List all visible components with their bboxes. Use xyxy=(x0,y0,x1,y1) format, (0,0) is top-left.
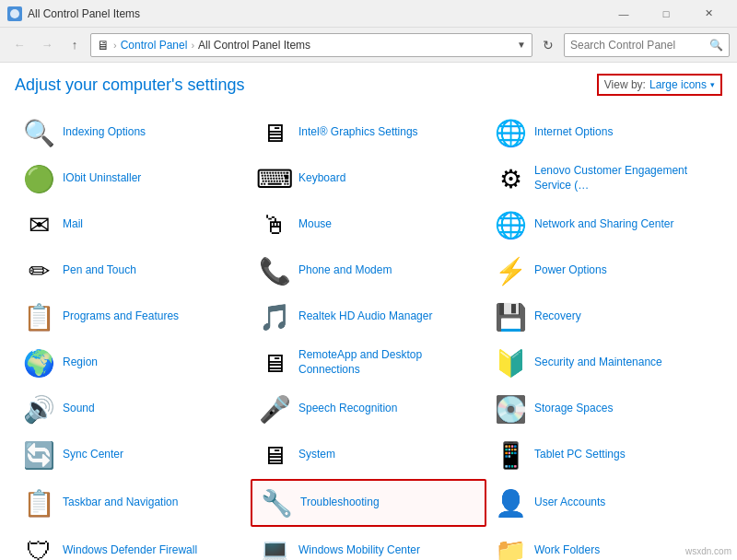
lenovo-icon: ⚙ xyxy=(494,162,527,195)
grid-item-phone-modem[interactable]: 📞Phone and Modem xyxy=(251,249,486,293)
sound-icon: 🔊 xyxy=(22,392,55,426)
view-by-control[interactable]: View by: Large icons ▾ xyxy=(597,74,722,96)
grid-item-pen-touch[interactable]: ✏Pen and Touch xyxy=(15,249,251,293)
close-button[interactable]: ✕ xyxy=(687,0,730,28)
svg-point-0 xyxy=(10,9,19,18)
forward-button[interactable]: → xyxy=(35,33,59,57)
recovery-label: Recovery xyxy=(534,309,581,324)
region-label: Region xyxy=(63,356,98,370)
grid-item-programs[interactable]: 📋Programs and Features xyxy=(15,295,251,339)
work-folders-label: Work Folders xyxy=(534,543,600,558)
grid-item-realtek[interactable]: 🎵Realtek HD Audio Manager xyxy=(251,295,486,339)
view-by-value[interactable]: Large icons xyxy=(649,78,707,91)
search-icon: 🔍 xyxy=(709,39,723,52)
phone-modem-label: Phone and Modem xyxy=(298,263,392,278)
grid-item-recovery[interactable]: 💾Recovery xyxy=(486,295,722,339)
user-accounts-icon: 👤 xyxy=(494,486,527,519)
remoteapp-label: RemoteApp and Desktop Connections xyxy=(298,348,479,377)
power-icon: ⚡ xyxy=(494,254,527,287)
search-box[interactable]: 🔍 xyxy=(564,33,730,57)
content-header: Adjust your computer's settings View by:… xyxy=(15,74,722,96)
realtek-label: Realtek HD Audio Manager xyxy=(298,309,432,324)
grid-item-sound[interactable]: 🔊Sound xyxy=(15,387,251,431)
grid-item-storage[interactable]: 💽Storage Spaces xyxy=(486,387,722,431)
address-sep2: › xyxy=(191,40,194,51)
up-button[interactable]: ↑ xyxy=(63,33,87,57)
network-icon: 🌐 xyxy=(494,208,527,241)
view-by-dropdown-icon[interactable]: ▾ xyxy=(710,80,715,89)
titlebar-controls: — □ ✕ xyxy=(602,0,730,28)
grid-item-keyboard[interactable]: ⌨Keyboard xyxy=(251,157,486,201)
breadcrumb-current: All Control Panel Items xyxy=(198,39,310,52)
grid-item-windows-defender[interactable]: 🛡Windows Defender Firewall xyxy=(15,529,251,560)
mouse-label: Mouse xyxy=(298,217,332,232)
work-folders-icon: 📁 xyxy=(494,534,527,560)
iobit-uninstaller-label: IObit Uninstaller xyxy=(63,171,141,186)
back-button[interactable]: ← xyxy=(7,33,31,57)
mouse-icon: 🖱 xyxy=(258,208,291,241)
grid-item-iobit-uninstaller[interactable]: 🟢IObit Uninstaller xyxy=(15,157,251,201)
storage-label: Storage Spaces xyxy=(534,402,613,416)
grid-item-taskbar[interactable]: 📋Taskbar and Navigation xyxy=(15,479,251,527)
system-label: System xyxy=(298,448,335,462)
grid-item-lenovo[interactable]: ⚙Lenovo Customer Engagement Service (… xyxy=(486,157,722,201)
refresh-button[interactable]: ↻ xyxy=(536,33,560,57)
grid-item-indexing-options[interactable]: 🔍Indexing Options xyxy=(15,111,251,155)
grid-item-windows-mobility[interactable]: 💻Windows Mobility Center xyxy=(251,529,486,560)
grid-item-intel-graphics[interactable]: 🖥Intel® Graphics Settings xyxy=(251,111,486,155)
grid-item-mail[interactable]: ✉Mail xyxy=(15,203,251,247)
address-sep: › xyxy=(113,40,117,51)
view-by-label: View by: xyxy=(604,78,646,91)
grid-item-security[interactable]: 🔰Security and Maintenance xyxy=(486,341,722,385)
grid-item-internet-options[interactable]: 🌐Internet Options xyxy=(486,111,722,155)
grid-item-troubleshooting[interactable]: 🔧Troubleshooting xyxy=(251,479,486,527)
programs-label: Programs and Features xyxy=(63,309,179,324)
grid-item-mouse[interactable]: 🖱Mouse xyxy=(251,203,486,247)
programs-icon: 📋 xyxy=(22,300,55,333)
windows-defender-label: Windows Defender Firewall xyxy=(63,543,197,558)
mail-label: Mail xyxy=(63,217,83,232)
iobit-uninstaller-icon: 🟢 xyxy=(22,162,55,195)
main: Adjust your computer's settings View by:… xyxy=(0,63,737,560)
grid-item-tablet-pc[interactable]: 📱Tablet PC Settings xyxy=(486,433,722,477)
page-title: Adjust your computer's settings xyxy=(15,76,245,95)
region-icon: 🌍 xyxy=(22,346,55,379)
maximize-button[interactable]: □ xyxy=(645,0,687,28)
grid-item-network[interactable]: 🌐Network and Sharing Center xyxy=(486,203,722,247)
grid-item-user-accounts[interactable]: 👤User Accounts xyxy=(486,479,722,527)
keyboard-icon: ⌨ xyxy=(258,162,291,195)
grid-item-power[interactable]: ⚡Power Options xyxy=(486,249,722,293)
sync-center-label: Sync Center xyxy=(63,448,123,462)
taskbar-icon: 📋 xyxy=(22,486,55,519)
tablet-pc-icon: 📱 xyxy=(494,438,527,472)
breadcrumb-control-panel[interactable]: Control Panel xyxy=(121,39,188,52)
network-label: Network and Sharing Center xyxy=(534,217,673,232)
security-icon: 🔰 xyxy=(494,346,527,379)
mail-icon: ✉ xyxy=(22,208,55,241)
watermark: wsxdn.com xyxy=(685,546,731,556)
address-dropdown-icon[interactable]: ▼ xyxy=(517,40,526,50)
grid-item-speech[interactable]: 🎤Speech Recognition xyxy=(251,387,486,431)
windows-mobility-icon: 💻 xyxy=(258,534,291,560)
titlebar: All Control Panel Items — □ ✕ xyxy=(0,0,737,28)
user-accounts-label: User Accounts xyxy=(534,496,605,510)
sound-label: Sound xyxy=(63,402,95,416)
grid-item-remoteapp[interactable]: 🖥RemoteApp and Desktop Connections xyxy=(251,341,486,385)
minimize-button[interactable]: — xyxy=(602,0,645,28)
address-path: 🖥 › Control Panel › All Control Panel It… xyxy=(97,38,513,52)
titlebar-left: All Control Panel Items xyxy=(7,6,140,21)
grid-item-system[interactable]: 🖥System xyxy=(251,433,486,477)
storage-icon: 💽 xyxy=(494,392,527,426)
intel-graphics-label: Intel® Graphics Settings xyxy=(298,125,418,140)
intel-graphics-icon: 🖥 xyxy=(258,116,291,149)
sync-center-icon: 🔄 xyxy=(22,438,55,472)
address-box[interactable]: 🖥 › Control Panel › All Control Panel It… xyxy=(90,33,532,57)
pen-touch-icon: ✏ xyxy=(22,254,55,287)
windows-mobility-label: Windows Mobility Center xyxy=(298,543,420,558)
keyboard-label: Keyboard xyxy=(298,171,345,186)
grid-item-sync-center[interactable]: 🔄Sync Center xyxy=(15,433,251,477)
search-input[interactable] xyxy=(570,39,709,52)
tablet-pc-label: Tablet PC Settings xyxy=(534,448,626,462)
internet-options-label: Internet Options xyxy=(534,125,613,140)
grid-item-region[interactable]: 🌍Region xyxy=(15,341,251,385)
